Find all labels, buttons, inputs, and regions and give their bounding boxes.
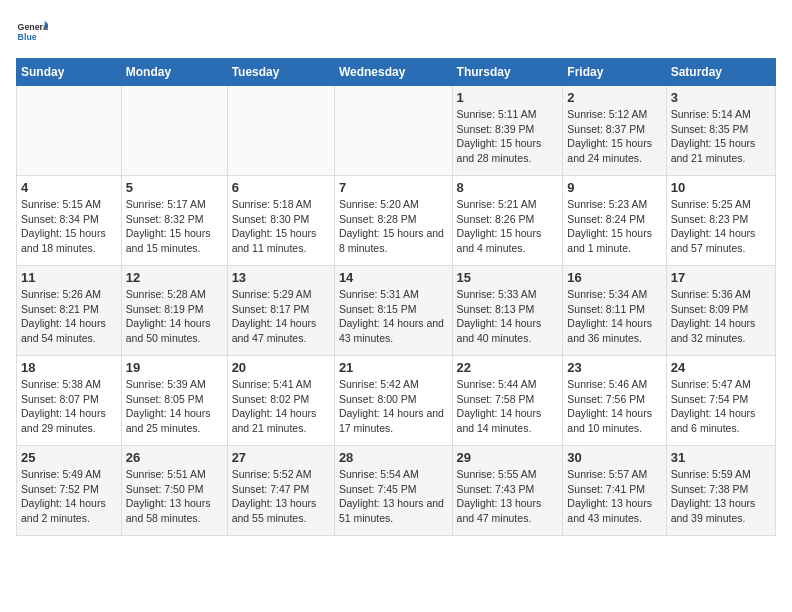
day-info: Sunrise: 5:29 AM Sunset: 8:17 PM Dayligh… — [232, 287, 330, 346]
calendar-cell: 26Sunrise: 5:51 AM Sunset: 7:50 PM Dayli… — [121, 446, 227, 536]
day-number: 20 — [232, 360, 330, 375]
day-number: 28 — [339, 450, 448, 465]
calendar-cell: 8Sunrise: 5:21 AM Sunset: 8:26 PM Daylig… — [452, 176, 563, 266]
day-number: 25 — [21, 450, 117, 465]
column-header-wednesday: Wednesday — [334, 59, 452, 86]
calendar-cell: 7Sunrise: 5:20 AM Sunset: 8:28 PM Daylig… — [334, 176, 452, 266]
week-row-2: 4Sunrise: 5:15 AM Sunset: 8:34 PM Daylig… — [17, 176, 776, 266]
calendar-cell: 24Sunrise: 5:47 AM Sunset: 7:54 PM Dayli… — [666, 356, 775, 446]
day-number: 24 — [671, 360, 771, 375]
calendar-cell: 30Sunrise: 5:57 AM Sunset: 7:41 PM Dayli… — [563, 446, 666, 536]
day-number: 7 — [339, 180, 448, 195]
calendar-cell: 31Sunrise: 5:59 AM Sunset: 7:38 PM Dayli… — [666, 446, 775, 536]
calendar-cell: 1Sunrise: 5:11 AM Sunset: 8:39 PM Daylig… — [452, 86, 563, 176]
week-row-5: 25Sunrise: 5:49 AM Sunset: 7:52 PM Dayli… — [17, 446, 776, 536]
day-info: Sunrise: 5:28 AM Sunset: 8:19 PM Dayligh… — [126, 287, 223, 346]
day-number: 8 — [457, 180, 559, 195]
calendar-cell: 6Sunrise: 5:18 AM Sunset: 8:30 PM Daylig… — [227, 176, 334, 266]
day-info: Sunrise: 5:41 AM Sunset: 8:02 PM Dayligh… — [232, 377, 330, 436]
column-header-thursday: Thursday — [452, 59, 563, 86]
calendar-cell: 17Sunrise: 5:36 AM Sunset: 8:09 PM Dayli… — [666, 266, 775, 356]
day-info: Sunrise: 5:34 AM Sunset: 8:11 PM Dayligh… — [567, 287, 661, 346]
calendar-cell: 20Sunrise: 5:41 AM Sunset: 8:02 PM Dayli… — [227, 356, 334, 446]
calendar-cell: 28Sunrise: 5:54 AM Sunset: 7:45 PM Dayli… — [334, 446, 452, 536]
calendar-cell: 21Sunrise: 5:42 AM Sunset: 8:00 PM Dayli… — [334, 356, 452, 446]
calendar-cell — [121, 86, 227, 176]
day-number: 12 — [126, 270, 223, 285]
calendar-cell: 19Sunrise: 5:39 AM Sunset: 8:05 PM Dayli… — [121, 356, 227, 446]
day-info: Sunrise: 5:42 AM Sunset: 8:00 PM Dayligh… — [339, 377, 448, 436]
day-info: Sunrise: 5:59 AM Sunset: 7:38 PM Dayligh… — [671, 467, 771, 526]
day-number: 29 — [457, 450, 559, 465]
calendar-cell: 9Sunrise: 5:23 AM Sunset: 8:24 PM Daylig… — [563, 176, 666, 266]
day-info: Sunrise: 5:12 AM Sunset: 8:37 PM Dayligh… — [567, 107, 661, 166]
day-info: Sunrise: 5:39 AM Sunset: 8:05 PM Dayligh… — [126, 377, 223, 436]
header-row: SundayMondayTuesdayWednesdayThursdayFrid… — [17, 59, 776, 86]
day-number: 1 — [457, 90, 559, 105]
calendar-cell: 3Sunrise: 5:14 AM Sunset: 8:35 PM Daylig… — [666, 86, 775, 176]
day-number: 16 — [567, 270, 661, 285]
calendar-cell: 18Sunrise: 5:38 AM Sunset: 8:07 PM Dayli… — [17, 356, 122, 446]
day-info: Sunrise: 5:44 AM Sunset: 7:58 PM Dayligh… — [457, 377, 559, 436]
day-info: Sunrise: 5:55 AM Sunset: 7:43 PM Dayligh… — [457, 467, 559, 526]
column-header-sunday: Sunday — [17, 59, 122, 86]
day-info: Sunrise: 5:20 AM Sunset: 8:28 PM Dayligh… — [339, 197, 448, 256]
day-number: 21 — [339, 360, 448, 375]
day-info: Sunrise: 5:36 AM Sunset: 8:09 PM Dayligh… — [671, 287, 771, 346]
calendar-cell: 27Sunrise: 5:52 AM Sunset: 7:47 PM Dayli… — [227, 446, 334, 536]
day-number: 14 — [339, 270, 448, 285]
calendar-cell: 11Sunrise: 5:26 AM Sunset: 8:21 PM Dayli… — [17, 266, 122, 356]
day-info: Sunrise: 5:26 AM Sunset: 8:21 PM Dayligh… — [21, 287, 117, 346]
calendar-cell: 13Sunrise: 5:29 AM Sunset: 8:17 PM Dayli… — [227, 266, 334, 356]
column-header-tuesday: Tuesday — [227, 59, 334, 86]
day-number: 17 — [671, 270, 771, 285]
calendar-cell: 16Sunrise: 5:34 AM Sunset: 8:11 PM Dayli… — [563, 266, 666, 356]
calendar-cell: 29Sunrise: 5:55 AM Sunset: 7:43 PM Dayli… — [452, 446, 563, 536]
day-number: 10 — [671, 180, 771, 195]
week-row-3: 11Sunrise: 5:26 AM Sunset: 8:21 PM Dayli… — [17, 266, 776, 356]
calendar-cell: 14Sunrise: 5:31 AM Sunset: 8:15 PM Dayli… — [334, 266, 452, 356]
calendar-cell: 25Sunrise: 5:49 AM Sunset: 7:52 PM Dayli… — [17, 446, 122, 536]
header: General Blue — [16, 16, 776, 48]
calendar-cell: 10Sunrise: 5:25 AM Sunset: 8:23 PM Dayli… — [666, 176, 775, 266]
day-number: 4 — [21, 180, 117, 195]
svg-text:General: General — [18, 22, 48, 32]
day-number: 31 — [671, 450, 771, 465]
calendar-cell: 12Sunrise: 5:28 AM Sunset: 8:19 PM Dayli… — [121, 266, 227, 356]
day-info: Sunrise: 5:21 AM Sunset: 8:26 PM Dayligh… — [457, 197, 559, 256]
day-number: 5 — [126, 180, 223, 195]
day-number: 26 — [126, 450, 223, 465]
day-number: 27 — [232, 450, 330, 465]
day-number: 6 — [232, 180, 330, 195]
day-info: Sunrise: 5:46 AM Sunset: 7:56 PM Dayligh… — [567, 377, 661, 436]
day-info: Sunrise: 5:18 AM Sunset: 8:30 PM Dayligh… — [232, 197, 330, 256]
day-info: Sunrise: 5:31 AM Sunset: 8:15 PM Dayligh… — [339, 287, 448, 346]
calendar-cell: 5Sunrise: 5:17 AM Sunset: 8:32 PM Daylig… — [121, 176, 227, 266]
day-info: Sunrise: 5:14 AM Sunset: 8:35 PM Dayligh… — [671, 107, 771, 166]
day-info: Sunrise: 5:47 AM Sunset: 7:54 PM Dayligh… — [671, 377, 771, 436]
calendar-cell: 23Sunrise: 5:46 AM Sunset: 7:56 PM Dayli… — [563, 356, 666, 446]
column-header-saturday: Saturday — [666, 59, 775, 86]
day-number: 19 — [126, 360, 223, 375]
column-header-friday: Friday — [563, 59, 666, 86]
day-info: Sunrise: 5:49 AM Sunset: 7:52 PM Dayligh… — [21, 467, 117, 526]
day-number: 30 — [567, 450, 661, 465]
day-info: Sunrise: 5:52 AM Sunset: 7:47 PM Dayligh… — [232, 467, 330, 526]
day-number: 2 — [567, 90, 661, 105]
day-number: 3 — [671, 90, 771, 105]
day-number: 22 — [457, 360, 559, 375]
calendar-cell — [227, 86, 334, 176]
week-row-4: 18Sunrise: 5:38 AM Sunset: 8:07 PM Dayli… — [17, 356, 776, 446]
day-number: 13 — [232, 270, 330, 285]
day-number: 18 — [21, 360, 117, 375]
calendar-cell: 2Sunrise: 5:12 AM Sunset: 8:37 PM Daylig… — [563, 86, 666, 176]
logo-icon: General Blue — [16, 16, 48, 48]
calendar-table: SundayMondayTuesdayWednesdayThursdayFrid… — [16, 58, 776, 536]
column-header-monday: Monday — [121, 59, 227, 86]
calendar-cell: 15Sunrise: 5:33 AM Sunset: 8:13 PM Dayli… — [452, 266, 563, 356]
day-info: Sunrise: 5:57 AM Sunset: 7:41 PM Dayligh… — [567, 467, 661, 526]
day-info: Sunrise: 5:17 AM Sunset: 8:32 PM Dayligh… — [126, 197, 223, 256]
calendar-cell: 22Sunrise: 5:44 AM Sunset: 7:58 PM Dayli… — [452, 356, 563, 446]
day-info: Sunrise: 5:15 AM Sunset: 8:34 PM Dayligh… — [21, 197, 117, 256]
day-info: Sunrise: 5:25 AM Sunset: 8:23 PM Dayligh… — [671, 197, 771, 256]
